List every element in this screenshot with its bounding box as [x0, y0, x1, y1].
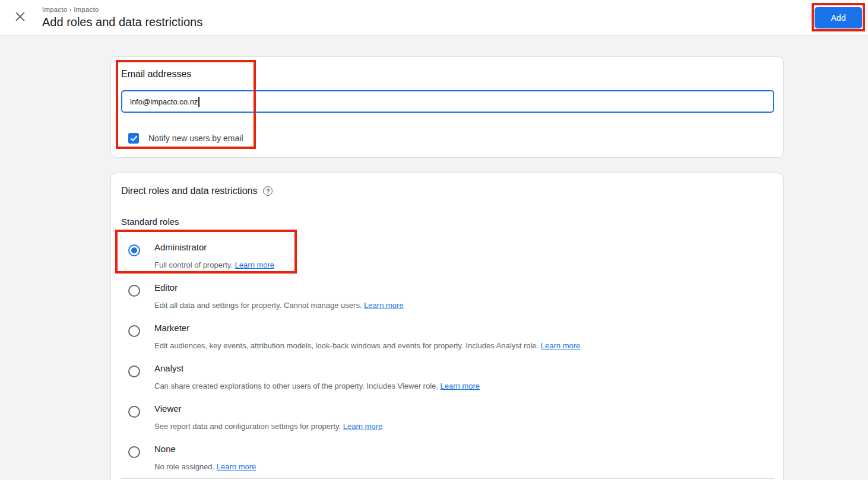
role-name: Analyst	[154, 363, 480, 374]
roles-list: Administrator Full control of property. …	[121, 236, 773, 478]
standard-roles-label: Standard roles	[121, 216, 773, 228]
learn-more-link[interactable]: Learn more	[217, 462, 256, 471]
role-name: None	[154, 443, 256, 455]
role-description: See report data and configuration settin…	[154, 421, 382, 432]
role-option-administrator[interactable]: Administrator Full control of property. …	[121, 236, 773, 276]
add-button[interactable]: Add	[815, 7, 862, 28]
help-icon[interactable]: ?	[263, 186, 273, 196]
roles-divider	[121, 478, 774, 479]
role-description: No role assigned. Learn more	[154, 462, 256, 472]
role-option-analyst[interactable]: Analyst Can share created explorations t…	[121, 357, 773, 398]
roles-section-title: Direct roles and data restrictions	[121, 184, 257, 198]
learn-more-link[interactable]: Learn more	[441, 382, 480, 390]
breadcrumb: Impacto › Impacto	[42, 5, 202, 14]
email-input-value: info@impacto.co.nz	[130, 97, 198, 106]
page-title: Add roles and data restrictions	[42, 14, 202, 30]
notify-checkbox-row[interactable]: Notify new users by email	[128, 133, 773, 144]
role-name: Marketer	[154, 322, 580, 334]
roles-card: Direct roles and data restrictions ? Sta…	[110, 173, 784, 480]
role-option-editor[interactable]: Editor Edit all data and settings for pr…	[121, 276, 773, 317]
role-description: Edit audiences, key events, attribution …	[154, 341, 580, 351]
role-radio-button[interactable]	[128, 244, 140, 256]
close-button[interactable]	[8, 6, 32, 30]
role-name: Administrator	[154, 241, 274, 253]
role-option-viewer[interactable]: Viewer See report data and configuration…	[121, 398, 773, 438]
text-caret	[198, 97, 199, 107]
email-card: Email addresses info@impacto.co.nz Notif…	[110, 56, 784, 158]
role-name: Viewer	[154, 403, 382, 415]
role-radio-button[interactable]	[128, 325, 140, 337]
role-description-text: Edit all data and settings for property.…	[154, 301, 362, 310]
learn-more-link[interactable]: Learn more	[343, 422, 382, 431]
role-description-text: Full control of property.	[154, 260, 233, 269]
notify-checkbox-label: Notify new users by email	[148, 133, 243, 143]
role-description-text: Can share created explorations to other …	[154, 382, 438, 390]
role-description-text: Edit audiences, key events, attribution …	[154, 341, 538, 350]
learn-more-link[interactable]: Learn more	[364, 301, 403, 310]
learn-more-link[interactable]: Learn more	[541, 341, 580, 350]
role-name: Editor	[154, 282, 404, 294]
role-option-none[interactable]: None No role assigned. Learn more	[121, 438, 773, 478]
header: Impacto › Impacto Add roles and data res…	[0, 0, 868, 36]
role-option-marketer[interactable]: Marketer Edit audiences, key events, att…	[121, 317, 773, 357]
notify-checkbox[interactable]	[128, 133, 139, 144]
role-description: Can share created explorations to other …	[154, 381, 480, 392]
role-radio-button[interactable]	[128, 365, 140, 377]
role-radio-button[interactable]	[128, 406, 140, 418]
close-icon	[15, 11, 26, 24]
role-description-text: No role assigned.	[154, 462, 214, 471]
role-radio-button[interactable]	[128, 285, 140, 297]
main-area: Email addresses info@impacto.co.nz Notif…	[0, 36, 868, 480]
email-input[interactable]: info@impacto.co.nz	[121, 90, 774, 113]
role-description: Full control of property. Learn more	[154, 260, 274, 271]
role-description-text: See report data and configuration settin…	[154, 422, 341, 431]
title-block: Impacto › Impacto Add roles and data res…	[42, 5, 202, 30]
email-addresses-label: Email addresses	[121, 68, 773, 81]
role-radio-button[interactable]	[128, 446, 140, 458]
role-description: Edit all data and settings for property.…	[154, 300, 404, 311]
learn-more-link[interactable]: Learn more	[235, 260, 274, 269]
checkmark-icon	[130, 135, 138, 142]
